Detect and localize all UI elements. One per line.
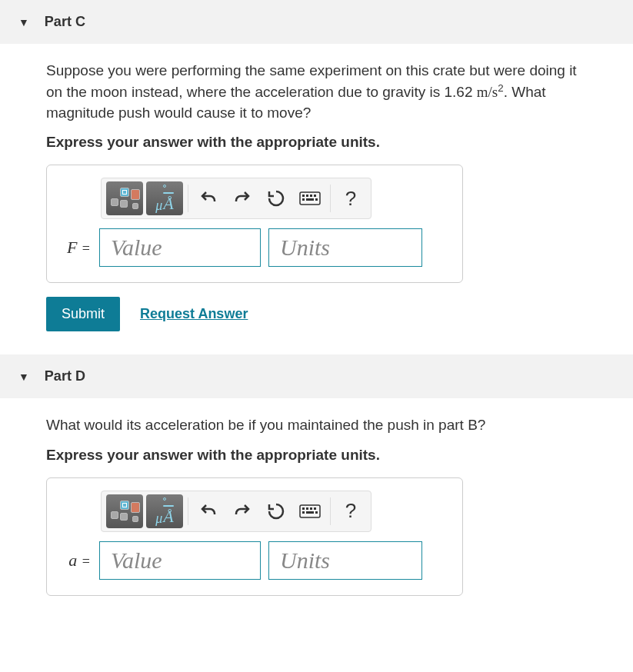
keyboard-icon xyxy=(299,191,321,205)
request-answer-link[interactable]: Request Answer xyxy=(140,306,248,322)
part-d-header[interactable]: ▼ Part D xyxy=(0,354,633,398)
toolbar-separator xyxy=(330,497,331,525)
redo-icon xyxy=(233,502,252,521)
svg-rect-1 xyxy=(302,195,305,197)
symbols-button[interactable]: μÅ xyxy=(146,181,183,215)
redo-button[interactable] xyxy=(227,496,258,527)
part-c-title: Part C xyxy=(45,14,85,30)
svg-rect-5 xyxy=(302,198,305,201)
reset-icon xyxy=(267,189,285,208)
redo-button[interactable] xyxy=(227,183,258,214)
part-d-body: What would its acceleration be if you ma… xyxy=(0,398,633,604)
toolbar-separator xyxy=(330,185,331,212)
templates-button[interactable] xyxy=(106,181,143,215)
svg-rect-14 xyxy=(306,511,314,514)
reset-icon xyxy=(267,502,285,521)
reset-button[interactable] xyxy=(261,183,292,214)
svg-rect-4 xyxy=(314,195,316,197)
symbols-icon: μÅ xyxy=(155,181,174,215)
part-d-answer-box: μÅ ? a = xyxy=(46,477,463,596)
variable-label: F = xyxy=(61,238,92,258)
part-c-body: Suppose you were performing the same exp… xyxy=(0,44,633,339)
part-c-input-row: F = xyxy=(61,228,448,267)
equation-toolbar: μÅ ? xyxy=(101,178,371,219)
help-button[interactable]: ? xyxy=(335,496,366,527)
keyboard-button[interactable] xyxy=(295,496,325,527)
part-d: ▼ Part D What would its acceleration be … xyxy=(0,354,633,604)
svg-rect-7 xyxy=(315,198,318,201)
keyboard-icon xyxy=(299,504,321,518)
equation-toolbar: μÅ ? xyxy=(101,491,371,532)
units-input[interactable] xyxy=(268,541,422,580)
part-d-instruction: Express your answer with the appropriate… xyxy=(46,447,587,464)
caret-down-icon: ▼ xyxy=(18,371,29,383)
reset-button[interactable] xyxy=(261,496,292,527)
undo-icon xyxy=(199,502,218,521)
part-c-answer-box: μÅ ? F = xyxy=(46,165,463,283)
symbols-icon: μÅ xyxy=(155,494,174,528)
part-c-question: Suppose you were performing the same exp… xyxy=(46,61,587,123)
svg-rect-9 xyxy=(302,507,305,510)
symbols-button[interactable]: μÅ xyxy=(146,494,183,528)
part-c-actions: Submit Request Answer xyxy=(46,297,587,331)
part-d-question: What would its acceleration be if you ma… xyxy=(46,415,587,436)
caret-down-icon: ▼ xyxy=(18,16,29,28)
svg-rect-12 xyxy=(314,507,316,510)
svg-rect-15 xyxy=(315,511,318,514)
part-c-header[interactable]: ▼ Part C xyxy=(0,0,633,44)
part-c: ▼ Part C Suppose you were performing the… xyxy=(0,0,633,339)
variable-label: a = xyxy=(61,551,92,571)
value-input[interactable] xyxy=(99,228,261,267)
toolbar-separator xyxy=(188,185,188,212)
question-unit: m/s xyxy=(477,84,498,100)
part-d-title: Part D xyxy=(45,368,85,384)
undo-button[interactable] xyxy=(193,183,224,214)
question-exp: 2 xyxy=(498,82,503,94)
part-c-instruction: Express your answer with the appropriate… xyxy=(46,134,587,151)
svg-rect-3 xyxy=(310,195,312,197)
svg-rect-11 xyxy=(310,507,312,510)
help-button[interactable]: ? xyxy=(335,183,366,214)
submit-button[interactable]: Submit xyxy=(46,297,120,331)
value-input[interactable] xyxy=(99,541,261,580)
part-d-input-row: a = xyxy=(61,541,448,580)
toolbar-separator xyxy=(188,497,188,525)
keyboard-button[interactable] xyxy=(295,183,325,214)
svg-rect-10 xyxy=(306,507,308,510)
svg-rect-2 xyxy=(306,195,308,197)
templates-icon xyxy=(109,499,140,524)
undo-button[interactable] xyxy=(193,496,224,527)
undo-icon xyxy=(199,189,218,208)
units-input[interactable] xyxy=(268,228,422,267)
redo-icon xyxy=(233,189,252,208)
templates-icon xyxy=(109,186,140,211)
svg-rect-6 xyxy=(306,198,314,201)
templates-button[interactable] xyxy=(106,494,143,528)
svg-rect-13 xyxy=(302,511,305,514)
